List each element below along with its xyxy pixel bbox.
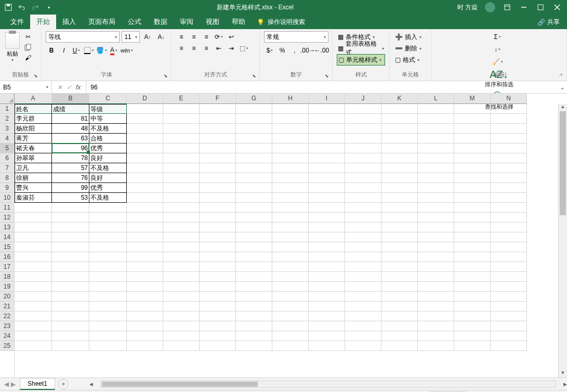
- cell-H14[interactable]: [272, 232, 309, 242]
- cell-G8[interactable]: [236, 173, 272, 183]
- cell-L19[interactable]: [418, 282, 454, 292]
- cell-J16[interactable]: [345, 252, 381, 262]
- cell-K24[interactable]: [381, 331, 418, 341]
- cell-I3[interactable]: [309, 124, 345, 134]
- cell-C24[interactable]: [89, 331, 127, 341]
- cell-B6[interactable]: 78: [52, 153, 89, 163]
- cell-I5[interactable]: [309, 143, 345, 153]
- cell-K9[interactable]: [381, 183, 418, 193]
- cell-G7[interactable]: [236, 163, 272, 173]
- cell-M16[interactable]: [454, 252, 491, 262]
- cell-C13[interactable]: [89, 223, 127, 232]
- row-header-11[interactable]: 11: [0, 203, 14, 213]
- decrease-indent-button[interactable]: ⇤: [213, 43, 225, 54]
- cell-E19[interactable]: [163, 282, 200, 292]
- cell-A17[interactable]: [15, 262, 52, 272]
- cell-L17[interactable]: [418, 262, 454, 272]
- cell-I1[interactable]: [309, 104, 345, 114]
- cell-H9[interactable]: [272, 183, 309, 193]
- cell-K13[interactable]: [381, 223, 418, 232]
- cell-H15[interactable]: [272, 242, 309, 252]
- add-sheet-button[interactable]: +: [58, 379, 69, 389]
- vertical-scrollbar[interactable]: ▲ ▼: [558, 104, 567, 377]
- cell-L10[interactable]: [418, 193, 454, 203]
- cell-D8[interactable]: [127, 173, 163, 183]
- cell-D2[interactable]: [127, 114, 163, 124]
- cell-C4[interactable]: 合格: [89, 134, 127, 143]
- cell-I4[interactable]: [309, 134, 345, 143]
- cell-I16[interactable]: [309, 252, 345, 262]
- row-header-17[interactable]: 17: [0, 262, 14, 272]
- insert-function-button[interactable]: fx: [76, 84, 81, 91]
- cell-N8[interactable]: [491, 173, 527, 183]
- cell-B1[interactable]: 成绩: [52, 104, 89, 114]
- cell-B3[interactable]: 48: [52, 124, 89, 134]
- tab-review[interactable]: 审阅: [174, 15, 200, 29]
- sheet-nav-prev[interactable]: ◀: [4, 381, 9, 388]
- column-header-M[interactable]: M: [454, 94, 491, 104]
- cell-F3[interactable]: [200, 124, 236, 134]
- cell-H22[interactable]: [272, 311, 309, 321]
- cell-A16[interactable]: [15, 252, 52, 262]
- cell-D10[interactable]: [127, 193, 163, 203]
- cell-K6[interactable]: [381, 153, 418, 163]
- cell-C11[interactable]: [89, 203, 127, 213]
- cell-L13[interactable]: [418, 223, 454, 232]
- cell-L7[interactable]: [418, 163, 454, 173]
- scroll-down-button[interactable]: ▼: [559, 370, 567, 377]
- cell-B4[interactable]: 63: [52, 134, 89, 143]
- cell-E24[interactable]: [163, 331, 200, 341]
- tab-formulas[interactable]: 公式: [122, 15, 148, 29]
- cell-N23[interactable]: [491, 321, 527, 331]
- cell-A24[interactable]: [15, 331, 52, 341]
- cell-M14[interactable]: [454, 232, 491, 242]
- cell-I6[interactable]: [309, 153, 345, 163]
- cell-E17[interactable]: [163, 262, 200, 272]
- cancel-formula-button[interactable]: ✕: [57, 84, 62, 91]
- cell-G19[interactable]: [236, 282, 272, 292]
- cell-A20[interactable]: [15, 292, 52, 302]
- cell-C9[interactable]: 优秀: [89, 183, 127, 193]
- cell-M6[interactable]: [454, 153, 491, 163]
- percent-button[interactable]: %: [276, 45, 288, 56]
- number-launcher[interactable]: ⬊: [325, 73, 331, 80]
- spreadsheet-grid[interactable]: 1234567891011121314151617181920212223242…: [0, 94, 567, 377]
- cell-D24[interactable]: [127, 331, 163, 341]
- increase-font-button[interactable]: A↑: [142, 31, 153, 43]
- cell-F6[interactable]: [200, 153, 236, 163]
- cell-N10[interactable]: [491, 193, 527, 203]
- cell-B9[interactable]: 99: [52, 183, 89, 193]
- cell-A21[interactable]: [15, 302, 52, 311]
- cell-B15[interactable]: [52, 242, 89, 252]
- redo-icon[interactable]: [31, 3, 39, 11]
- cell-J7[interactable]: [345, 163, 381, 173]
- italic-button[interactable]: I: [58, 45, 70, 56]
- cell-A18[interactable]: [15, 272, 52, 282]
- cell-L21[interactable]: [418, 302, 454, 311]
- cell-B21[interactable]: [52, 302, 89, 311]
- cell-E16[interactable]: [163, 252, 200, 262]
- row-header-5[interactable]: 5: [0, 143, 14, 153]
- cell-G1[interactable]: [236, 104, 272, 114]
- cell-J23[interactable]: [345, 321, 381, 331]
- cell-L15[interactable]: [418, 242, 454, 252]
- cell-L1[interactable]: [418, 104, 454, 114]
- cell-F15[interactable]: [200, 242, 236, 252]
- cell-K1[interactable]: [381, 104, 418, 114]
- row-header-19[interactable]: 19: [0, 282, 14, 292]
- cell-C21[interactable]: [89, 302, 127, 311]
- sheet-nav-next[interactable]: ▶: [11, 381, 16, 388]
- cell-C10[interactable]: 不及格: [89, 193, 127, 203]
- cell-H7[interactable]: [272, 163, 309, 173]
- cell-E1[interactable]: [163, 104, 200, 114]
- cell-G5[interactable]: [236, 143, 272, 153]
- cell-N18[interactable]: [491, 272, 527, 282]
- row-header-2[interactable]: 2: [0, 114, 14, 124]
- cell-A23[interactable]: [15, 321, 52, 331]
- cell-B2[interactable]: 81: [52, 114, 89, 124]
- cell-H21[interactable]: [272, 302, 309, 311]
- cell-B12[interactable]: [52, 213, 89, 223]
- cell-D25[interactable]: [127, 341, 163, 351]
- cell-I11[interactable]: [309, 203, 345, 213]
- cell-M7[interactable]: [454, 163, 491, 173]
